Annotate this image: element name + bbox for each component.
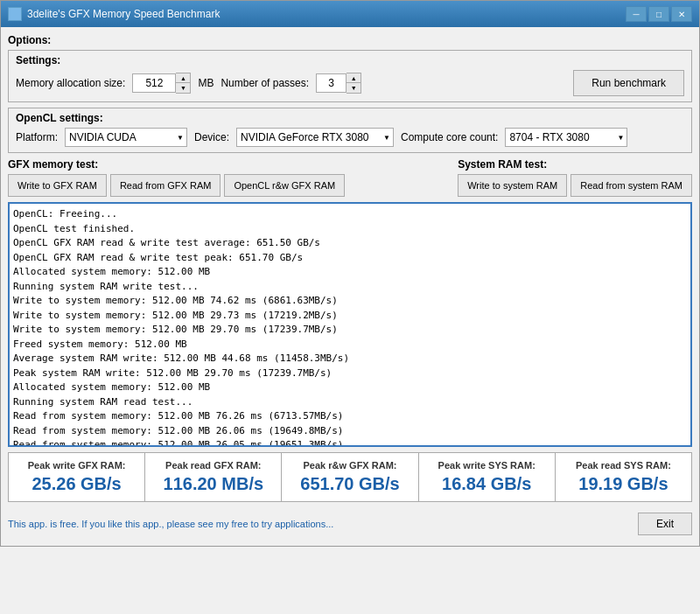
footer-link[interactable]: This app. is free. If you like this app.…: [8, 519, 333, 529]
system-test-buttons: Write to system RAM Read from system RAM: [458, 174, 692, 197]
titlebar-controls: ─ □ ✕: [626, 6, 692, 22]
stats-bar: Peak write GFX RAM:25.26 GB/sPeak read G…: [8, 452, 692, 502]
platform-select[interactable]: NVIDIA CUDA: [65, 128, 187, 147]
footer: This app. is free. If you like this app.…: [8, 509, 692, 539]
stat-value-2: 651.70 GB/s: [290, 474, 409, 494]
passes-label: Number of passes:: [220, 77, 309, 89]
device-select[interactable]: NVIDIA GeForce RTX 3080: [236, 128, 394, 147]
read-gfx-button[interactable]: Read from GFX RAM: [110, 174, 221, 197]
stat-value-0: 25.26 GB/s: [18, 474, 136, 494]
settings-group: Settings: Memory allocation size: ▲ ▼ MB…: [8, 50, 692, 102]
window-title: 3delite's GFX Memory Speed Benchmark: [27, 8, 220, 20]
platform-select-wrap[interactable]: NVIDIA CUDA: [65, 128, 187, 147]
memory-allocation-up[interactable]: ▲: [176, 73, 190, 83]
test-groups: GFX memory test: Write to GFX RAM Read f…: [8, 158, 692, 197]
exit-button[interactable]: Exit: [638, 513, 692, 535]
stat-label-4: Peak read SYS RAM:: [564, 460, 682, 471]
stat-item-3: Peak write SYS RAM:16.84 GB/s: [419, 453, 556, 501]
stat-item-0: Peak write GFX RAM:25.26 GB/s: [9, 453, 145, 501]
content: Options: Settings: Memory allocation siz…: [1, 27, 699, 546]
titlebar: 3delite's GFX Memory Speed Benchmark ─ □…: [1, 1, 699, 27]
memory-allocation-unit: MB: [198, 77, 214, 89]
device-select-wrap[interactable]: NVIDIA GeForce RTX 3080: [236, 128, 394, 147]
compute-label: Compute core count:: [401, 131, 498, 143]
memory-allocation-down[interactable]: ▼: [176, 83, 190, 93]
passes-spinner-btns: ▲ ▼: [346, 73, 361, 94]
run-benchmark-button[interactable]: Run benchmark: [573, 70, 684, 96]
close-button[interactable]: ✕: [671, 6, 692, 22]
passes-up[interactable]: ▲: [346, 73, 360, 83]
gfx-test-group: GFX memory test: Write to GFX RAM Read f…: [8, 158, 451, 197]
memory-allocation-spinner-btns: ▲ ▼: [176, 73, 191, 94]
stat-value-3: 16.84 GB/s: [428, 474, 546, 494]
system-test-group: System RAM test: Write to system RAM Rea…: [458, 158, 692, 197]
system-test-label: System RAM test:: [458, 158, 692, 171]
titlebar-title: 3delite's GFX Memory Speed Benchmark: [8, 7, 220, 21]
device-label: Device:: [194, 131, 229, 143]
gfx-test-label: GFX memory test:: [8, 158, 451, 171]
maximize-button[interactable]: □: [648, 6, 669, 22]
read-system-button[interactable]: Read from system RAM: [570, 174, 692, 197]
stat-value-4: 19.19 GB/s: [564, 474, 682, 494]
memory-allocation-input[interactable]: [132, 73, 176, 93]
stat-label-1: Peak read GFX RAM:: [154, 460, 272, 471]
app-icon: [8, 7, 22, 21]
stat-item-1: Peak read GFX RAM:116.20 MB/s: [145, 453, 282, 501]
stat-label-3: Peak write SYS RAM:: [428, 460, 546, 471]
opencl-label: OpenCL settings:: [16, 112, 684, 124]
options-label: Options:: [8, 34, 692, 46]
stat-label-0: Peak write GFX RAM:: [18, 460, 136, 471]
compute-select[interactable]: 8704 - RTX 3080: [505, 128, 627, 147]
opencl-group: OpenCL settings: Platform: NVIDIA CUDA D…: [8, 108, 692, 153]
memory-allocation-spinner[interactable]: ▲ ▼: [132, 73, 191, 94]
stat-item-2: Peak r&w GFX RAM:651.70 GB/s: [282, 453, 418, 501]
write-gfx-button[interactable]: Write to GFX RAM: [8, 174, 107, 197]
stat-label-2: Peak r&w GFX RAM:: [290, 460, 409, 471]
write-system-button[interactable]: Write to system RAM: [458, 174, 567, 197]
gfx-test-buttons: Write to GFX RAM Read from GFX RAM OpenC…: [8, 174, 451, 197]
settings-label: Settings:: [16, 54, 684, 66]
stat-value-1: 116.20 MB/s: [154, 474, 272, 494]
opencl-row: Platform: NVIDIA CUDA Device: NVIDIA GeF…: [16, 128, 684, 147]
log-area[interactable]: OpenCL: Freeing... OpenCL test finished.…: [8, 202, 692, 447]
platform-label: Platform:: [16, 131, 58, 143]
passes-spinner[interactable]: ▲ ▼: [316, 73, 361, 94]
minimize-button[interactable]: ─: [626, 6, 647, 22]
passes-input[interactable]: [316, 73, 346, 93]
passes-down[interactable]: ▼: [346, 83, 360, 93]
settings-row: Memory allocation size: ▲ ▼ MB Number of…: [16, 70, 684, 96]
stat-item-4: Peak read SYS RAM:19.19 GB/s: [556, 453, 691, 501]
opencl-gfx-button[interactable]: OpenCL r&w GFX RAM: [224, 174, 345, 197]
memory-allocation-label: Memory allocation size:: [16, 77, 125, 89]
compute-select-wrap[interactable]: 8704 - RTX 3080: [505, 128, 627, 147]
main-window: 3delite's GFX Memory Speed Benchmark ─ □…: [0, 0, 700, 547]
